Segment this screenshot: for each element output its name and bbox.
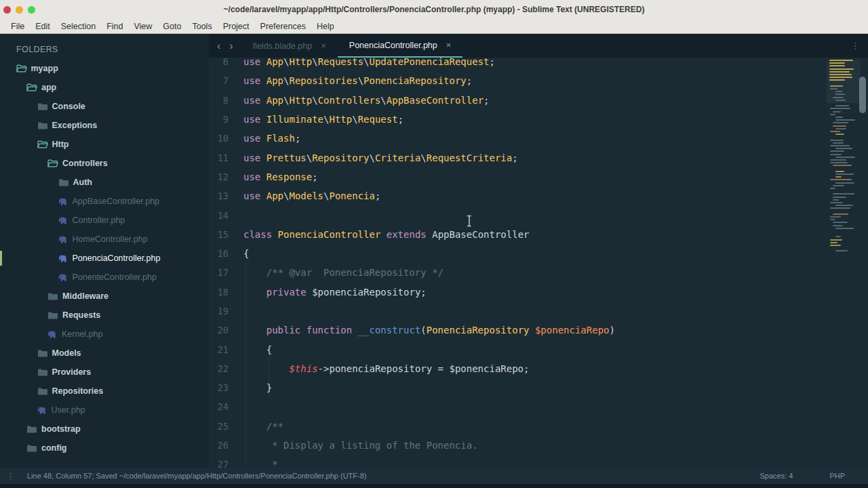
minimap-line <box>830 188 835 189</box>
minimap-line <box>830 159 846 161</box>
sidebar-item-kernel-php[interactable]: Kernel.php <box>0 325 209 344</box>
minimap-line <box>830 216 841 218</box>
minimap-line <box>835 250 848 251</box>
indent-guide <box>269 340 269 397</box>
minimap-line <box>833 125 846 127</box>
menu-edit[interactable]: Edit <box>30 22 56 31</box>
minimap-line <box>835 182 854 184</box>
code-lines: 6use App\Http\Requests\UpdatePonenciaReq… <box>209 58 868 468</box>
tab-back-button[interactable]: ‹ <box>217 41 220 52</box>
sidebar-item-myapp[interactable]: myapp <box>0 59 209 78</box>
code-line-text: /** @var PonenciaRepository */ <box>229 267 443 278</box>
code-line[interactable]: 24 <box>209 397 868 416</box>
sidebar-item-label: HomeController.php <box>73 235 148 244</box>
sidebar-item-bootstrap[interactable]: bootstrap <box>0 420 209 439</box>
code-line[interactable]: 26 * Display a listing of the Ponencia. <box>209 436 868 455</box>
window-controls <box>3 6 35 14</box>
tab-close-icon[interactable]: × <box>446 40 452 50</box>
menu-tools[interactable]: Tools <box>186 22 217 31</box>
minimap[interactable] <box>829 60 859 262</box>
code-line[interactable]: 18 private $ponenciaRepository; <box>209 283 868 302</box>
sidebar-item-config[interactable]: config <box>0 439 209 458</box>
minimap-line <box>833 185 844 186</box>
tab-forward-button[interactable]: › <box>229 41 233 52</box>
tab-ponenciacontroller-php[interactable]: PonenciaController.php× <box>338 34 463 58</box>
status-syntax[interactable]: PHP <box>829 472 845 480</box>
minimap-line <box>835 117 843 118</box>
menu-bar: FileEditSelectionFindViewGotoToolsProjec… <box>0 19 868 34</box>
code-line[interactable]: 13use App\Models\Ponencia; <box>209 186 868 205</box>
sidebar-item-console[interactable]: Console <box>0 97 209 116</box>
sidebar-item-providers[interactable]: Providers <box>0 363 209 382</box>
line-number: 24 <box>209 401 229 412</box>
code-line[interactable]: 14 <box>209 205 868 224</box>
code-line[interactable]: 15class PonenciaController extends AppBa… <box>209 225 868 244</box>
maximize-window-button[interactable] <box>28 6 35 14</box>
code-line[interactable]: 10use Flash; <box>209 129 868 148</box>
sidebar-item-auth[interactable]: Auth <box>0 173 209 192</box>
minimap-line <box>830 114 835 115</box>
sidebar-item-controllers[interactable]: Controllers <box>0 154 209 173</box>
code-line[interactable]: 27 * <box>209 455 868 468</box>
menu-goto[interactable]: Goto <box>157 22 186 31</box>
sidebar-item-requests[interactable]: Requests <box>0 306 209 325</box>
code-line[interactable]: 8use App\Http\Controllers\AppBaseControl… <box>209 91 868 110</box>
menu-find[interactable]: Find <box>101 22 128 31</box>
minimap-line <box>835 128 846 129</box>
sidebar-item-repositories[interactable]: Repositories <box>0 382 209 401</box>
line-number: 11 <box>209 152 229 163</box>
close-window-button[interactable] <box>3 6 11 14</box>
code-line[interactable]: 9use Illuminate\Http\Request; <box>209 110 868 129</box>
code-line[interactable]: 25 /** <box>209 417 868 436</box>
sidebar-item-exceptions[interactable]: Exceptions <box>0 116 209 135</box>
code-line[interactable]: 21 { <box>209 340 868 359</box>
code-line[interactable]: 6use App\Http\Requests\UpdatePonenciaReq… <box>209 58 868 71</box>
sidebar-item-app[interactable]: app <box>0 78 209 97</box>
code-line[interactable]: 19 <box>209 302 868 321</box>
minimap-line <box>830 202 843 203</box>
sidebar-item-label: AppBaseController.php <box>73 197 160 206</box>
code-line[interactable]: 23 } <box>209 378 868 397</box>
menu-preferences[interactable]: Preferences <box>255 22 311 31</box>
sidebar-item-label: PonenteController.php <box>73 272 157 282</box>
php-file-icon <box>58 255 68 262</box>
menu-selection[interactable]: Selection <box>56 22 101 31</box>
minimap-line <box>829 68 854 70</box>
sidebar-item-appbasecontroller-php[interactable]: AppBaseController.php <box>0 192 209 211</box>
sidebar-item-middleware[interactable]: Middleware <box>0 287 209 306</box>
code-line[interactable]: 7use App\Repositories\PonenciaRepository… <box>209 71 868 90</box>
menu-view[interactable]: View <box>128 22 157 31</box>
menu-help[interactable]: Help <box>311 22 340 31</box>
code-line[interactable]: 12use Response; <box>209 167 868 186</box>
code-line[interactable]: 11use Prettus\Repository\Criteria\Reques… <box>209 148 868 167</box>
sidebar-item-models[interactable]: Models <box>0 344 209 363</box>
minimap-line <box>835 91 842 92</box>
tab-close-icon[interactable]: × <box>321 41 326 51</box>
scrollbar-thumb[interactable] <box>859 77 866 113</box>
sidebar-item-user-php[interactable]: User.php <box>0 401 209 420</box>
editor-pane: ‹ › fields.blade.php×PonenciaController.… <box>209 34 868 468</box>
minimap-line <box>830 219 835 220</box>
minimap-line <box>830 150 844 152</box>
code-area[interactable]: 6use App\Http\Requests\UpdatePonenciaReq… <box>209 58 868 468</box>
status-menu-icon[interactable]: ⋮ <box>6 471 15 481</box>
code-line-text: use Flash; <box>229 133 300 144</box>
menu-project[interactable]: Project <box>218 22 255 31</box>
sidebar-item-http[interactable]: Http <box>0 135 209 154</box>
menu-file[interactable]: File <box>5 22 30 31</box>
sidebar-item-homecontroller-php[interactable]: HomeController.php <box>0 230 209 249</box>
code-line[interactable]: 16{ <box>209 244 868 263</box>
line-number: 6 <box>209 58 229 67</box>
code-line[interactable]: 22 $this->ponenciaRepository = $ponencia… <box>209 359 868 378</box>
sidebar-item-ponenciacontroller-php[interactable]: PonenciaController.php <box>0 249 209 268</box>
status-spaces[interactable]: Spaces: 4 <box>760 472 793 480</box>
tab-fields-blade-php[interactable]: fields.blade.php× <box>241 34 338 58</box>
code-line[interactable]: 20 public function __construct(PonenciaR… <box>209 321 868 340</box>
sidebar-item-label: Http <box>52 140 69 149</box>
tab-overflow-button[interactable]: ⋮ <box>851 41 860 51</box>
minimize-window-button[interactable] <box>16 6 23 14</box>
sidebar-item-controller-php[interactable]: Controller.php <box>0 211 209 230</box>
line-number: 25 <box>209 421 229 432</box>
code-line[interactable]: 17 /** @var PonenciaRepository */ <box>209 263 868 282</box>
sidebar-item-ponentecontroller-php[interactable]: PonenteController.php <box>0 268 209 287</box>
